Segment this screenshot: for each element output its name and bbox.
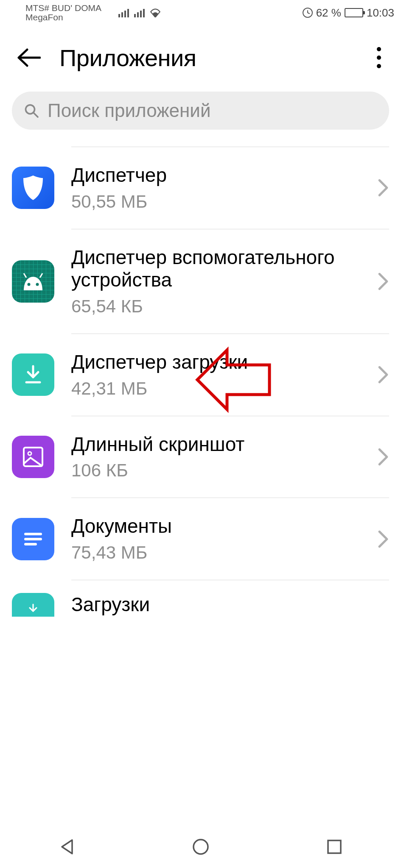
chevron-right-icon	[377, 178, 389, 197]
app-icon-download	[12, 353, 54, 396]
status-right: 62 % 10:03	[303, 6, 394, 19]
svg-point-8	[28, 452, 31, 455]
signal-bars-1-icon	[118, 9, 129, 17]
app-name-label: Диспетчер	[71, 164, 365, 186]
nav-recents-button[interactable]	[322, 834, 347, 860]
search-field[interactable]	[12, 92, 389, 130]
svg-point-12	[193, 840, 208, 854]
app-size-label: 75,43 МБ	[71, 542, 365, 563]
app-icon-documents	[12, 518, 54, 560]
navigation-bar	[0, 826, 401, 868]
square-recents-icon	[326, 838, 343, 855]
app-row-downloads[interactable]: Загрузки	[0, 580, 401, 627]
search-input[interactable]	[48, 100, 377, 121]
carrier-secondary: MegaFon	[25, 13, 101, 22]
chevron-right-icon	[377, 530, 389, 548]
app-row-dispatcher[interactable]: Диспетчер 50,55 МБ	[0, 147, 401, 229]
app-name-label: Загрузки	[71, 593, 150, 616]
status-bar: MTS# BUD' DOMA MegaFon 62 % 10:03	[0, 0, 401, 24]
app-name-label: Документы	[71, 515, 365, 537]
overflow-menu-button[interactable]	[369, 45, 389, 70]
carrier-primary: MTS# BUD' DOMA	[25, 3, 101, 13]
app-size-label: 50,55 МБ	[71, 192, 365, 212]
signal-icons	[118, 8, 161, 17]
more-vert-icon	[377, 47, 381, 51]
shield-icon	[22, 175, 45, 201]
app-row-download-manager[interactable]: Диспетчер загрузки 42,31 МБ	[0, 334, 401, 416]
app-icon-screenshot	[12, 436, 54, 478]
app-list: Диспетчер 50,55 МБ Диспетчер вспомогател…	[0, 147, 401, 627]
signal-bars-2-icon	[134, 9, 145, 17]
app-row-documents[interactable]: Документы 75,43 МБ	[0, 498, 401, 580]
app-row-companion-device-manager[interactable]: Диспетчер вспомогательного устройства 65…	[0, 229, 401, 334]
chevron-right-icon	[377, 272, 389, 291]
data-saver-icon	[303, 8, 313, 18]
app-row-long-screenshot[interactable]: Длинный скриншот 106 КБ	[0, 416, 401, 498]
carriers: MTS# BUD' DOMA MegaFon	[25, 3, 101, 22]
svg-rect-13	[328, 840, 341, 853]
app-icon-android	[12, 260, 54, 303]
chevron-right-icon	[377, 448, 389, 466]
svg-line-3	[40, 273, 42, 278]
svg-line-2	[24, 273, 26, 278]
app-size-label: 42,31 МБ	[71, 378, 365, 399]
nav-home-button[interactable]	[188, 834, 213, 860]
clock: 10:03	[367, 6, 394, 19]
circle-home-icon	[191, 837, 210, 856]
download-icon	[23, 364, 43, 385]
app-icon-shield	[12, 167, 54, 209]
svg-point-5	[36, 283, 39, 286]
svg-line-1	[34, 113, 38, 117]
app-size-label: 106 КБ	[71, 460, 365, 481]
app-name-label: Длинный скриншот	[71, 433, 365, 456]
battery-percent: 62 %	[316, 6, 341, 19]
download-icon	[25, 603, 42, 617]
search-wrap	[0, 92, 401, 142]
app-name-label: Диспетчер загрузки	[71, 351, 365, 373]
svg-point-4	[28, 283, 31, 286]
android-icon	[20, 273, 47, 290]
app-icon-downloads	[12, 593, 54, 617]
app-size-label: 65,54 КБ	[71, 296, 365, 317]
battery-icon	[345, 8, 363, 17]
app-name-label: Диспетчер вспомогательного устройства	[71, 246, 365, 291]
nav-back-button[interactable]	[54, 834, 80, 860]
chevron-right-icon	[377, 365, 389, 384]
app-bar: Приложения	[0, 24, 401, 92]
triangle-back-icon	[58, 837, 76, 856]
document-lines-icon	[23, 531, 43, 548]
search-icon	[24, 103, 39, 118]
image-icon	[21, 445, 45, 469]
page-title: Приложения	[59, 44, 196, 72]
back-arrow-icon	[17, 48, 41, 67]
wifi-icon	[150, 8, 161, 17]
back-button[interactable]	[12, 41, 46, 75]
